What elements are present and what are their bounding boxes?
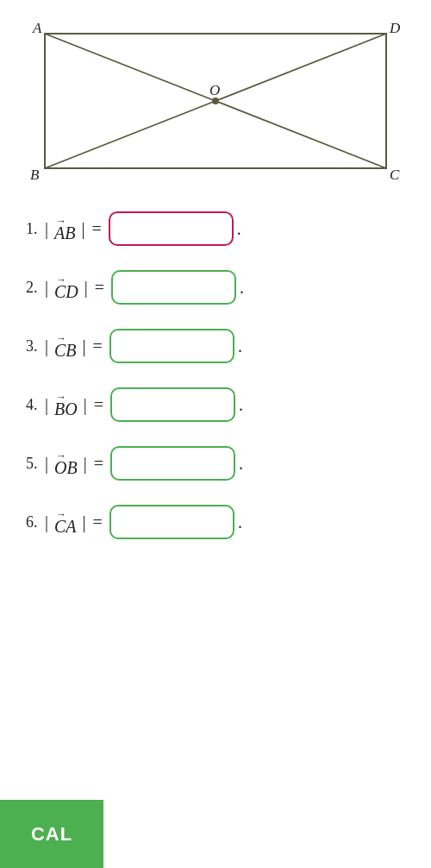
label-D: D: [389, 20, 401, 36]
rectangle-diagram: A D B C O: [26, 17, 405, 186]
q2-number: 2.: [26, 279, 45, 297]
q6-answer-input[interactable]: [109, 505, 234, 539]
label-O: O: [209, 82, 220, 98]
label-B: B: [30, 167, 40, 183]
q1-answer-input[interactable]: [109, 211, 234, 246]
q2-answer-input[interactable]: [111, 270, 236, 305]
q2-vector-label: → CD: [53, 274, 79, 300]
question-row-3: 3. | → CB | = .: [26, 329, 405, 363]
q6-vector-label: → CA: [53, 509, 78, 535]
q4-answer-input[interactable]: [110, 387, 235, 422]
cal-button[interactable]: CAL: [0, 800, 103, 868]
svg-point-3: [212, 97, 219, 104]
q4-number: 4.: [26, 396, 45, 414]
questions-section: 1. | → AB | = . 2. | → CD | = . 3. |: [0, 211, 431, 539]
question-row-5: 5. | → OB | = .: [26, 446, 405, 481]
question-row-6: 6. | → CA | = .: [26, 505, 405, 539]
q1-vector-label: → AB: [53, 216, 76, 242]
q3-answer-input[interactable]: [109, 329, 234, 363]
question-row-2: 2. | → CD | = .: [26, 270, 405, 305]
q3-vector-label: → CB: [53, 333, 78, 359]
label-C: C: [390, 167, 400, 183]
question-row-1: 1. | → AB | = .: [26, 211, 405, 246]
q5-number: 5.: [26, 455, 45, 473]
bottom-bar: CAL: [0, 800, 431, 868]
q3-number: 3.: [26, 337, 45, 355]
question-row-4: 4. | → BO | = .: [26, 387, 405, 422]
q1-number: 1.: [26, 220, 45, 238]
diagram-area: A D B C O: [0, 9, 431, 211]
q5-vector-label: → OB: [53, 450, 78, 476]
q5-answer-input[interactable]: [110, 446, 235, 481]
q4-vector-label: → BO: [53, 392, 78, 418]
label-A: A: [32, 20, 42, 36]
q6-number: 6.: [26, 513, 45, 531]
